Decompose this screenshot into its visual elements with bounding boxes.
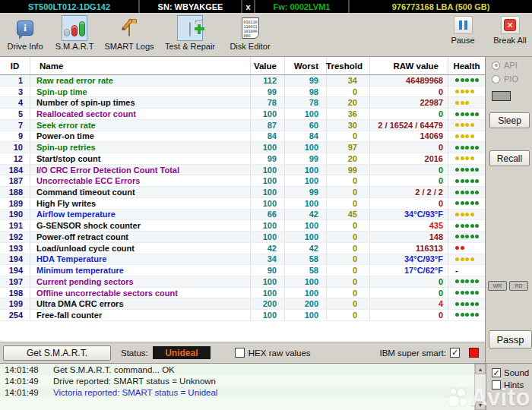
table-row[interactable]: 189High Fly writes10010000 [0,198,485,210]
scroll-down-icon[interactable]: ▼ [475,399,486,410]
cell-name: HDA Temperature [30,254,251,266]
health-dot [461,213,464,216]
wr-button[interactable]: WR [488,281,507,291]
cell-worst: 42 [285,210,327,221]
toolbar-button-disk-editor[interactable]: 010110110011101000000Disk Editor [222,15,278,56]
hints-checkbox[interactable] [492,380,501,390]
table-row[interactable]: 184I/O CRC Error Detection Count Total10… [0,165,485,176]
cell-name: Spin-up time [30,87,251,98]
drive-firmware: Fw: 0002LVM1 [255,0,350,13]
health-dot [465,313,469,317]
cell-treshold: 45 [327,210,370,221]
cell-treshold: 0 [327,254,370,266]
cell-id: 254 [0,310,30,321]
cell-raw-value: 17°C/62°F [370,265,448,276]
sound-checkbox[interactable]: ✓ [492,368,501,377]
toolbar-button-s-m-a-r-t[interactable]: S.M.A.R.T [49,15,100,56]
get-smart-button[interactable]: Get S.M.A.R.T. [3,345,111,361]
cell-raw-value: 0 [370,109,448,120]
ibm-super-smart-checkbox[interactable]: ✓ [450,348,460,358]
cell-treshold: 99 [327,165,370,176]
break-all-button[interactable]: ✕ Break All [489,16,530,45]
cell-treshold: 0 [327,131,370,143]
smart-status-bar: Get S.M.A.R.T. Status: Unideal HEX raw v… [0,342,485,363]
cell-name: Spin-up retries [30,142,251,153]
cell-worst: 200 [285,298,327,310]
health-dot [475,313,479,317]
pio-radio-label: PIO [504,74,518,84]
health-dot [475,146,479,150]
first-aid-icon [177,15,203,41]
pause-button[interactable]: Pause [442,16,483,45]
rd-button[interactable]: RD [509,281,528,291]
recall-button[interactable]: Recall [489,150,530,166]
table-row[interactable]: 194HDA Temperature3458034°C/93°F [0,254,485,266]
cell-id: 1 [0,75,30,87]
table-row[interactable]: 187Uncorrectable ECC Errors10010000 [0,175,485,187]
toolbar-button-drive-info[interactable]: iDrive Info [2,15,49,56]
cell-health [448,276,485,288]
table-row[interactable]: 188Command timeout count1009902 / 2 / 2 [0,187,485,198]
table-row[interactable]: 190Airflow temperature66424534°C/93°F [0,210,485,221]
table-row[interactable]: 10Spin-up retries100100970 [0,142,485,153]
table-row[interactable]: 7Seek error rate8760302 / 16524 / 64479 [0,120,485,131]
api-radio[interactable] [492,62,500,70]
activity-led-indicator [492,91,511,101]
table-row[interactable]: 191G-SENSOR shock counter1001000435 [0,220,485,232]
cell-id: 192 [0,232,30,243]
pio-radio[interactable] [492,75,500,84]
health-dot [461,123,464,127]
health-dot [461,302,464,306]
table-row[interactable]: 1Raw read error rate112993446489968 [0,75,485,87]
health-dot [470,201,474,205]
table-row[interactable]: 3Spin-up time999800 [0,87,485,98]
health-dot [465,146,469,150]
cell-value: 100 [251,109,285,120]
scroll-up-icon[interactable]: ▲ [475,364,486,374]
cell-health [448,310,485,321]
health-dot [455,224,459,228]
table-row[interactable]: 9Power-on time8484014069 [0,131,485,143]
log-scrollbar[interactable]: ▲ ▼ [474,364,486,410]
serial-close-button[interactable]: x [242,0,255,13]
toolbar-right: Pause ✕ Break All [442,16,530,45]
toolbar-button-test-repair[interactable]: Test & Repair [158,15,222,56]
cell-raw-value: 0 [370,87,448,98]
toolbar-button-smart-logs[interactable]: SMART Logs [100,15,158,56]
info-icon: i [12,15,38,41]
health-dot [470,224,474,228]
cell-id: 9 [0,131,30,143]
cell-treshold: 20 [327,153,370,165]
table-row[interactable]: 194Minimum temperature9058017°C/62°F- [0,265,485,276]
cell-value: 100 [251,288,285,299]
table-row[interactable]: 197Current pending sectors10010000 [0,276,485,288]
cell-id: 10 [0,142,30,153]
table-row[interactable]: 12Start/stop count9999202016 [0,153,485,165]
health-dot [465,168,469,172]
hex-raw-values-checkbox[interactable] [235,348,245,358]
cell-id: 193 [0,243,30,254]
sleep-button[interactable]: Sleep [489,112,530,128]
ibm-super-smart-label: IBM super smart: [379,348,446,358]
health-dot [461,235,464,238]
table-row[interactable]: 193Load/unload cycle count42420116313 [0,243,485,254]
table-row[interactable]: 4Number of spin-up times78782022987 [0,97,485,109]
table-row[interactable]: 254Free-fall counter10010000 [0,310,485,321]
health-dot [455,291,459,295]
health-dot [455,146,459,150]
table-row[interactable]: 192Power-off retract count1001000148 [0,232,485,243]
toolbar: iDrive InfoS.M.A.R.TSMART LogsTest & Rep… [0,13,532,57]
cell-id: 7 [0,120,30,131]
cell-raw-value: 0 [370,175,448,187]
passport-button[interactable]: Passp [489,330,532,348]
health-dot [470,134,474,138]
health-dot [455,101,459,105]
table-row[interactable]: 199Ultra DMA CRC errors20020004 [0,298,485,310]
health-dot [475,191,479,194]
cell-health [448,165,485,176]
table-row[interactable]: 5Reallocated sector count100100360 [0,109,485,120]
health-dot [470,168,474,172]
cell-id: 5 [0,109,30,120]
health-dot [455,191,459,194]
table-row[interactable]: 198Offline uncorrectable sectors count10… [0,288,485,299]
